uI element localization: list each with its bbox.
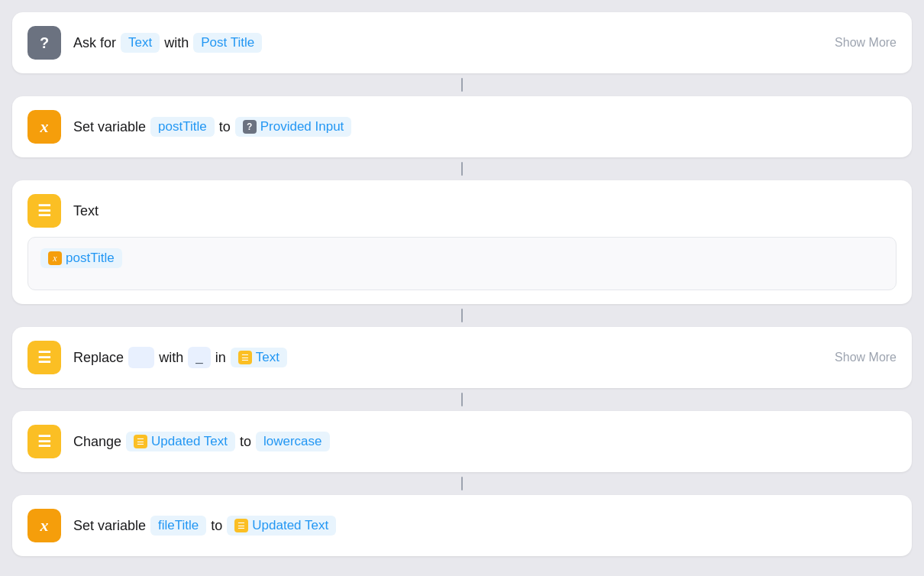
mini-lines-icon-filetitle: ☰ [234,519,248,532]
to-label-2: to [240,434,251,450]
set-variable-posttitle-card[interactable]: x Set variable postTitle to ? Provided I… [12,96,912,157]
x-variable-icon-1: x [40,117,49,137]
set-variable-icon-2: x [27,509,61,542]
post-title-tag[interactable]: Post Title [193,33,262,53]
posttitle-var-tag[interactable]: postTitle [150,117,215,137]
ask-for-text-icon [27,26,61,60]
connector-line-2 [461,162,463,176]
ask-for-text-content: Ask for Text with Post Title [73,33,835,53]
mini-lines-icon-change: ☰ [134,435,147,448]
to-label-3: to [211,518,222,534]
provided-input-tag[interactable]: ? Provided Input [235,117,352,137]
replace-card[interactable]: ☰ Replace with _ in ☰ Text Show More [12,327,912,388]
filetitle-var-tag[interactable]: fileTitle [150,516,206,536]
text-block-icon: ☰ [27,194,61,228]
connector-2 [12,157,912,180]
lines-icon-change: ☰ [37,432,51,451]
text-tag[interactable]: Text [121,33,160,53]
updated-text-tag-1[interactable]: ☰ Updated Text [126,432,235,451]
with-label-2: with [159,350,183,366]
connector-3 [12,304,912,327]
connector-line-4 [461,393,463,406]
text-block-title: Text [73,203,99,219]
connector-line-5 [461,477,463,490]
change-case-content: Change ☰ Updated Text to lowercase [73,432,897,451]
set-variable-label-2: Set variable [73,518,146,534]
replace-label: Replace [73,350,124,366]
mini-lines-icon-replace: ☰ [238,351,252,364]
lines-icon-text: ☰ [37,202,51,220]
lowercase-tag[interactable]: lowercase [256,432,330,451]
text-block-header: ☰ Text [27,194,897,228]
posttitle-body-tag[interactable]: x postTitle [40,248,122,268]
set-variable-posttitle-content: Set variable postTitle to ? Provided Inp… [73,117,897,137]
set-variable-filetitle-card[interactable]: x Set variable fileTitle to ☰ Updated Te… [12,495,912,556]
lines-icon-replace: ☰ [37,348,51,367]
connector-line-1 [461,78,463,92]
with-label: with [164,35,189,51]
connector-4 [12,388,912,411]
text-in-tag[interactable]: ☰ Text [231,348,287,367]
set-variable-label-1: Set variable [73,119,146,135]
in-label: in [215,350,226,366]
connector-5 [12,472,912,495]
text-block-card[interactable]: ☰ Text x postTitle [12,180,912,304]
x-variable-icon-2: x [40,516,49,536]
set-variable-icon-1: x [27,110,61,144]
set-variable-filetitle-content: Set variable fileTitle to ☰ Updated Text [73,516,897,536]
change-case-icon: ☰ [27,425,61,458]
to-label-1: to [219,119,231,135]
ask-for-text-card[interactable]: Ask for Text with Post Title Show More [12,12,912,73]
underscore-tag[interactable]: _ [188,347,210,368]
replace-empty-tag[interactable] [128,347,154,368]
mini-x-icon: x [48,251,62,265]
replace-icon: ☰ [27,341,61,374]
show-more-button-2[interactable]: Show More [835,351,897,364]
updated-text-tag-2[interactable]: ☰ Updated Text [227,516,336,536]
change-case-card[interactable]: ☰ Change ☰ Updated Text to lowercase [12,411,912,472]
replace-content: Replace with _ in ☰ Text [73,347,835,368]
question-mark-icon [40,33,49,53]
ask-for-label: Ask for [73,35,116,51]
workflow-container: Ask for Text with Post Title Show More x… [12,12,912,556]
show-more-button-1[interactable]: Show More [835,36,897,50]
change-label: Change [73,434,121,450]
mini-question-icon: ? [243,120,257,134]
connector-line-3 [461,309,463,322]
connector-1 [12,73,912,96]
text-block-body[interactable]: x postTitle [27,237,897,290]
